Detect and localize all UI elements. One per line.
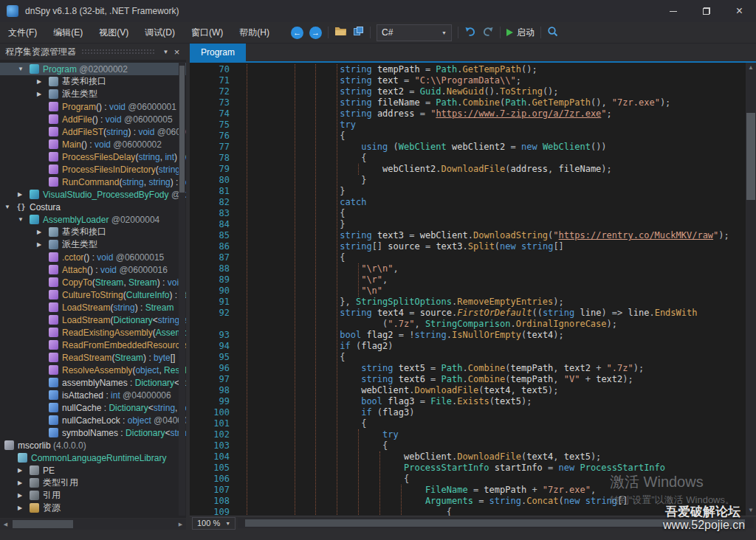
search-button[interactable]	[547, 26, 558, 40]
tree-row[interactable]: isAttached : int @04000006	[0, 389, 186, 401]
expander-expanded-icon[interactable]: ▼	[18, 216, 30, 223]
tree-row[interactable]: ▶引用	[0, 489, 186, 502]
tree-row[interactable]: assemblyNames : Dictionary<string, strin…	[0, 376, 186, 389]
scrollbar-track[interactable]	[746, 73, 756, 505]
minimize-button[interactable]	[656, 0, 690, 22]
expander-collapsed-icon[interactable]: ▶	[37, 91, 49, 97]
code-line: catch	[238, 197, 746, 208]
tree-row[interactable]: ReadStream(Stream) : byte[]	[0, 351, 186, 364]
tree-horizontal-scrollbar[interactable]: ◀ ▶	[0, 518, 186, 530]
tree-row[interactable]: ▼AssemblyLoader @02000004	[0, 213, 186, 226]
tree-row[interactable]: .cctor() : void @06000015	[0, 251, 186, 263]
expander-collapsed-icon[interactable]: ▶	[18, 505, 30, 511]
tab-program[interactable]: Program	[190, 44, 246, 61]
navigate-back-button[interactable]: ←	[291, 27, 303, 39]
code-pane[interactable]: string tempPath = Path.GetTempPath(); st…	[236, 63, 746, 516]
expander-expanded-icon[interactable]: ▼	[18, 66, 30, 72]
code-line: {	[238, 208, 746, 219]
tree-vertical-scrollbar[interactable]	[179, 62, 185, 516]
undo-button[interactable]	[464, 26, 476, 40]
tree-row[interactable]: ReadExistingAssembly(Assembly) : Assembl…	[0, 326, 186, 339]
tree-row[interactable]: ProcessFilesInDirectory(string) : void	[0, 163, 186, 176]
language-select[interactable]: C# ▼	[377, 24, 452, 41]
menu-item[interactable]: 调试(D)	[137, 22, 183, 43]
tree-row[interactable]: nullCacheLock : object @04000004	[0, 414, 186, 426]
redo-icon	[482, 26, 494, 37]
scroll-right-icon[interactable]: ▶	[175, 522, 186, 527]
method-icon	[49, 177, 58, 187]
title-bar: dnSpy v6.1.8 (32-bit, .NET Framework) ×	[0, 0, 756, 22]
tree-row[interactable]: ReadFromEmbeddedResources(Dictionary<str…	[0, 339, 186, 351]
line-number: 90	[190, 285, 236, 297]
tree-row[interactable]: ▶类型引用	[0, 477, 186, 489]
panel-menu-button[interactable]: ▼	[160, 49, 171, 55]
panel-drag-area[interactable]	[81, 49, 155, 55]
expander-collapsed-icon[interactable]: ▶	[18, 480, 30, 486]
tree-row[interactable]: LoadStream(Dictionary<string, string>) :…	[0, 314, 186, 326]
tree-row[interactable]: ▼Program @02000002	[0, 63, 186, 75]
tree-row[interactable]: ResolveAssembly(object, ResolveEventArgs…	[0, 364, 186, 376]
tree-row[interactable]: ▶基类和接口	[0, 226, 186, 238]
zoom-control[interactable]: 100 % ▼	[192, 517, 236, 530]
line-number: 95	[190, 352, 236, 363]
tree-row[interactable]: ProcessFilesDelay(string, int) : void	[0, 150, 186, 163]
tree-row[interactable]: ▶PE	[0, 464, 186, 477]
code-line: bool flag2 = !string.IsNullOrEmpty(text4…	[238, 330, 746, 341]
expander-expanded-icon[interactable]: ▼	[4, 204, 16, 210]
scrollbar-thumb[interactable]	[245, 519, 745, 527]
tree-row[interactable]: ▶VisualStudio_ProcessedByFody @02000003	[0, 188, 186, 201]
tree-row[interactable]: AddFile() : void @06000005	[0, 113, 186, 125]
menu-item[interactable]: 编辑(E)	[45, 22, 91, 43]
expander-collapsed-icon[interactable]: ▶	[18, 191, 30, 198]
assembly-tree[interactable]: ▼Program @02000002▶基类和接口▶派生类型Program() :…	[0, 60, 186, 514]
scrollbar-thumb[interactable]	[179, 66, 185, 193]
asm-icon	[4, 440, 14, 450]
start-button[interactable]: 启动	[506, 27, 535, 39]
menu-item[interactable]: 帮助(H)	[231, 22, 278, 43]
tree-row[interactable]: mscorlib (4.0.0.0)	[0, 439, 186, 451]
tree-row[interactable]: ▶资源	[0, 502, 186, 514]
open-file-button[interactable]	[334, 26, 347, 39]
expander-collapsed-icon[interactable]: ▶	[37, 241, 49, 248]
tree-row[interactable]: LoadStream(string) : Stream	[0, 301, 186, 314]
close-button[interactable]: ×	[723, 0, 756, 22]
tree-row[interactable]: nullCache : Dictionary<string, bool>	[0, 401, 186, 414]
code-line: {	[238, 507, 746, 516]
menu-item[interactable]: 视图(V)	[91, 22, 137, 43]
navigate-forward-button[interactable]: →	[309, 27, 322, 39]
scroll-left-icon[interactable]: ◀	[0, 522, 11, 527]
tree-row[interactable]: CopyTo(Stream, Stream) : void	[0, 276, 186, 288]
editor-vertical-scrollbar[interactable]: ▲ ▼	[746, 63, 756, 516]
chevron-down-icon: ▼	[441, 30, 447, 35]
method-icon	[49, 328, 58, 337]
expander-collapsed-icon[interactable]: ▶	[18, 467, 30, 474]
restore-button[interactable]	[690, 0, 723, 22]
tree-row[interactable]: CultureToString(CultureInfo) : string	[0, 288, 186, 301]
scroll-up-icon[interactable]: ▲	[746, 63, 756, 73]
tree-row[interactable]: ▶派生类型	[0, 88, 186, 100]
tree-row[interactable]: Main() : void @06000002	[0, 138, 186, 150]
tree-row[interactable]: Attach() : void @06000016	[0, 263, 186, 276]
tree-row[interactable]: ▼{}Costura	[0, 201, 186, 213]
tree-row[interactable]: RunCommand(string, string) : void	[0, 176, 186, 188]
tree-row[interactable]: ▶派生类型	[0, 238, 186, 251]
expander-collapsed-icon[interactable]: ▶	[37, 78, 49, 85]
scrollbar-track[interactable]	[11, 519, 175, 530]
tree-row[interactable]: symbolNames : Dictionary<string, string>	[0, 426, 186, 439]
panel-close-button[interactable]: ×	[171, 46, 182, 58]
code-line: string text4 = source.FirstOrDefault((st…	[238, 308, 746, 319]
open-module-button[interactable]	[353, 26, 364, 39]
menu-item[interactable]: 文件(F)	[0, 22, 45, 43]
expander-collapsed-icon[interactable]: ▶	[18, 492, 30, 499]
tree-row[interactable]: AddFileST(string) : void @06000004	[0, 125, 186, 138]
expander-collapsed-icon[interactable]: ▶	[37, 229, 49, 235]
scroll-down-icon[interactable]: ▼	[746, 505, 756, 516]
scrollbar-thumb[interactable]	[13, 520, 73, 528]
redo-button[interactable]	[482, 26, 494, 40]
scrollbar-thumb[interactable]	[746, 113, 755, 200]
editor-horizontal-scrollbar[interactable]	[238, 518, 754, 528]
tree-row[interactable]: CommonLanguageRuntimeLibrary	[0, 451, 186, 464]
menu-item[interactable]: 窗口(W)	[183, 22, 231, 43]
tree-row[interactable]: Program() : void @06000001	[0, 100, 186, 113]
tree-row[interactable]: ▶基类和接口	[0, 75, 186, 88]
